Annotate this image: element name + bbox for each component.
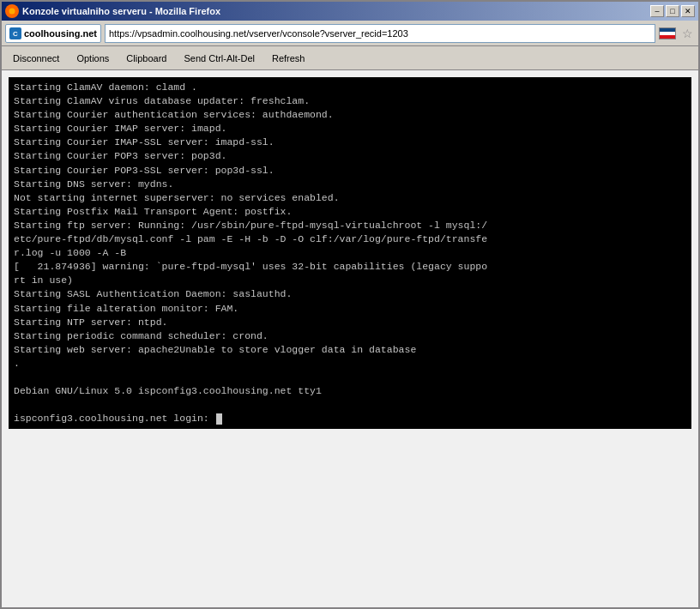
svg-text:C: C — [13, 30, 18, 38]
clipboard-button[interactable]: Clipboard — [118, 49, 174, 68]
address-bar-area: C coolhousing.net https://vpsadmin.coolh… — [2, 21, 698, 46]
window-title: Konzole virtualniho serveru - Mozilla Fi… — [22, 6, 220, 16]
flag-icon — [659, 27, 676, 39]
flag-red — [660, 35, 675, 39]
options-button[interactable]: Options — [69, 49, 117, 68]
domain-label: coolhousing.net — [24, 28, 97, 39]
title-bar: Konzole virtualniho serveru - Mozilla Fi… — [2, 2, 698, 21]
refresh-button[interactable]: Refresh — [264, 49, 313, 68]
url-bar[interactable]: https://vpsadmin.coolhousing.net/vserver… — [105, 24, 655, 43]
content-area: Starting ClamAV daemon: clamd . Starting… — [2, 70, 698, 607]
terminal-output: Starting ClamAV daemon: clamd . Starting… — [14, 81, 686, 425]
close-button[interactable]: ✕ — [681, 5, 695, 17]
send-ctrl-alt-del-button[interactable]: Send Ctrl-Alt-Del — [176, 49, 262, 68]
terminal-cursor — [216, 413, 222, 425]
terminal-console[interactable]: Starting ClamAV daemon: clamd . Starting… — [9, 77, 691, 429]
firefox-icon — [5, 4, 19, 18]
browser-window: Konzole virtualniho serveru - Mozilla Fi… — [0, 0, 700, 609]
bookmark-icon[interactable]: ☆ — [679, 26, 695, 41]
toolbar: Disconnect Options Clipboard Send Ctrl-A… — [2, 46, 698, 70]
url-text: https://vpsadmin.coolhousing.net/vserver… — [109, 28, 408, 39]
favicon-area: C coolhousing.net — [5, 24, 101, 43]
window-controls: – □ ✕ — [650, 5, 695, 17]
title-bar-left: Konzole virtualniho serveru - Mozilla Fi… — [5, 4, 220, 18]
maximize-button[interactable]: □ — [666, 5, 679, 17]
minimize-button[interactable]: – — [650, 5, 664, 17]
site-favicon: C — [9, 27, 21, 39]
disconnect-button[interactable]: Disconnect — [5, 49, 67, 68]
svg-point-1 — [9, 9, 15, 15]
